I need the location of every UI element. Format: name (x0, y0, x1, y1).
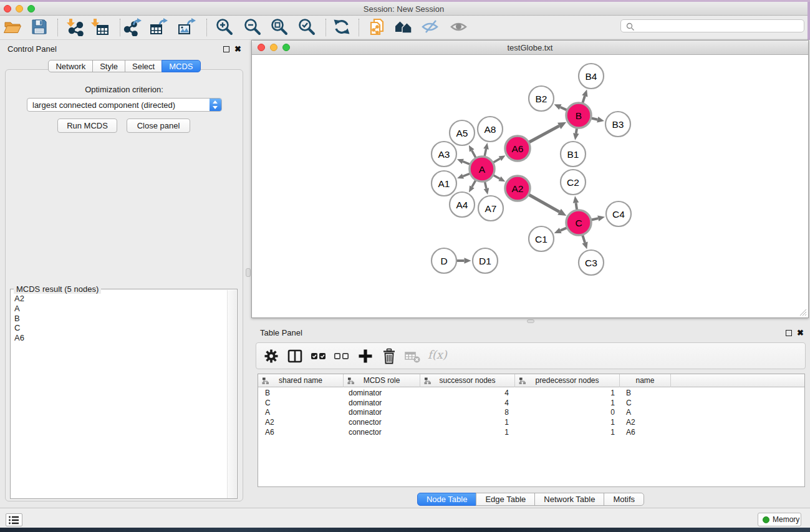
toolbar-separator (359, 19, 359, 36)
deselect-all-columns-icon[interactable] (333, 347, 350, 365)
tab-network-table[interactable]: Network Table (534, 493, 604, 506)
create-column-plus-icon[interactable] (357, 347, 374, 365)
graph-edge-C-C1[interactable] (561, 228, 567, 230)
export-table-icon[interactable] (150, 17, 168, 36)
column-header-label: shared name (279, 376, 322, 385)
zoom-out-icon[interactable] (243, 17, 262, 36)
table-panel-close-icon[interactable]: ✖ (797, 328, 804, 337)
function-builder-icon[interactable]: f(x) (428, 348, 447, 361)
graph-edge-C-C2[interactable] (576, 203, 577, 210)
column-header-shared-name[interactable]: shared name (258, 374, 344, 387)
task-history-button[interactable] (6, 513, 22, 526)
show-panel-eye-icon[interactable] (450, 17, 468, 36)
graph-edge-B-B1[interactable] (576, 128, 577, 133)
graph-edge-A6-B[interactable] (529, 126, 559, 142)
zoom-in-icon[interactable] (215, 17, 234, 36)
graph-edge-B-B3[interactable] (591, 118, 597, 120)
column-header-name[interactable]: name (620, 374, 671, 387)
horizontal-split-handle[interactable] (527, 319, 534, 323)
network-graph[interactable]: B4B2BB3A5A8A6B1A3AC2A1A2A4A7C4CC1C3DD1 (252, 55, 808, 317)
graph-edge-A2-C[interactable] (529, 195, 559, 211)
tab-node-table[interactable]: Node Table (417, 493, 477, 506)
graph-edge-A-A1[interactable] (463, 173, 470, 176)
resize-grip-icon[interactable] (798, 307, 807, 316)
column-header-predecessor-nodes[interactable]: predecessor nodes (515, 374, 620, 387)
table-row[interactable]: Bdominator41B (258, 389, 804, 399)
refresh-icon[interactable] (332, 17, 351, 36)
column-view-icon[interactable] (286, 347, 304, 365)
vertical-split-handle[interactable] (246, 268, 251, 277)
close-panel-button[interactable]: Close panel (127, 118, 190, 133)
optimization-criterion-dropdown[interactable]: largest connected component (directed) (27, 98, 222, 112)
table-row[interactable]: A6connector11A6 (258, 428, 804, 438)
table-settings-gear-icon[interactable] (263, 347, 280, 365)
table-row[interactable]: A2connector11A2 (258, 418, 804, 428)
table-row[interactable]: Cdominator41C (258, 399, 804, 409)
graph-node-label: B3 (612, 119, 624, 130)
tab-network[interactable]: Network (48, 60, 93, 72)
table-cell: dominator (344, 399, 420, 409)
mcds-result-list[interactable]: A2ABCA6 (11, 292, 237, 343)
clone-network-icon[interactable] (368, 17, 387, 36)
graph-node-label: B4 (586, 71, 597, 82)
graph-edge-B-B2[interactable] (561, 107, 567, 110)
mcds-result-item[interactable]: A (14, 304, 237, 314)
table-cell: A2 (620, 418, 671, 428)
import-table-icon[interactable] (90, 17, 109, 36)
table-cell: B (258, 389, 344, 399)
graph-edge-C-C4[interactable] (592, 218, 599, 220)
graph-node-label: C3 (585, 258, 597, 268)
export-image-icon[interactable] (178, 17, 196, 36)
tab-mcds[interactable]: MCDS (162, 60, 200, 72)
graph-edge-A-A6[interactable] (493, 158, 500, 162)
graph-edge-C-C3[interactable] (582, 235, 585, 243)
graph-node-label: D1 (479, 256, 491, 266)
desktop-wallpaper-bottom (0, 528, 810, 532)
save-session-icon[interactable] (30, 17, 49, 36)
result-scrollbar[interactable] (227, 290, 236, 498)
delete-column-trash-icon[interactable] (380, 347, 398, 365)
open-session-icon[interactable] (3, 17, 22, 36)
tab-edge-table[interactable]: Edge Table (476, 493, 535, 506)
zoom-selected-icon[interactable] (297, 17, 316, 36)
mcds-result-item[interactable]: C (14, 323, 237, 333)
zoom-fit-icon[interactable] (270, 17, 289, 36)
graph-edge-A-A2[interactable] (493, 175, 499, 178)
control-panel-close-icon[interactable]: ✖ (234, 44, 241, 54)
search-input[interactable] (620, 19, 804, 32)
memory-button[interactable]: Memory (758, 513, 801, 526)
column-header-successor-nodes[interactable]: successor nodes (420, 374, 515, 387)
mcds-result-box: MCDS result (5 nodes) A2ABCA6 (10, 289, 238, 499)
graph-node-label: B2 (536, 94, 547, 104)
network-window-titlebar[interactable]: testGlobe.txt (252, 41, 808, 55)
delete-table-icon[interactable] (404, 347, 422, 365)
mcds-result-item[interactable]: A2 (14, 294, 237, 304)
tab-motifs[interactable]: Motifs (604, 493, 644, 506)
tab-select[interactable]: Select (125, 60, 162, 72)
graph-node-label: C1 (535, 234, 547, 244)
import-network-icon[interactable] (65, 17, 84, 36)
column-header-MCDS-role[interactable]: MCDS role (344, 374, 420, 387)
select-all-columns-icon[interactable] (310, 347, 327, 365)
mcds-result-item[interactable]: A6 (14, 333, 237, 343)
table-cell: B (620, 389, 671, 399)
export-network-icon[interactable] (123, 17, 142, 36)
mcds-result-item[interactable]: B (14, 314, 237, 324)
table-panel-float-icon[interactable] (786, 330, 792, 336)
home-layout-icon[interactable] (394, 17, 413, 36)
graph-edge-A-A7[interactable] (485, 181, 486, 188)
control-panel-float-icon[interactable] (223, 46, 229, 52)
table-cell: 1 (515, 399, 620, 409)
graph-edge-A-A3[interactable] (463, 162, 470, 164)
hide-panel-eye-icon[interactable] (421, 17, 440, 36)
graph-edge-A-A8[interactable] (485, 149, 486, 157)
node-table-header[interactable]: shared nameMCDS rolesuccessor nodesprede… (258, 374, 804, 387)
table-row[interactable]: Adominator80A (258, 408, 804, 418)
graph-node-label: A7 (485, 203, 497, 214)
graph-edge-A-A5[interactable] (472, 150, 476, 157)
run-mcds-button[interactable]: Run MCDS (57, 118, 117, 133)
graph-edge-B-B4[interactable] (582, 96, 585, 103)
app-titlebar: Session: New Session (0, 2, 808, 16)
graph-edge-A-A4[interactable] (472, 180, 476, 186)
tab-style[interactable]: Style (92, 60, 125, 72)
